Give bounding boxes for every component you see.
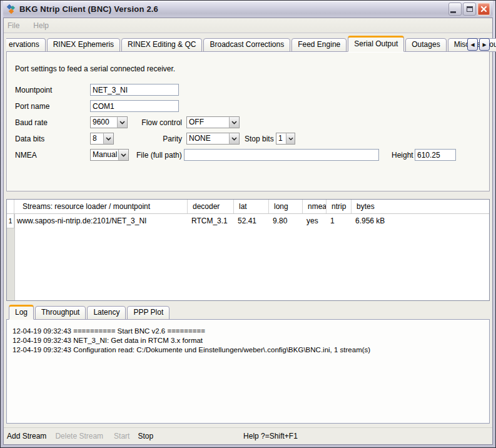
tab-broadcast-corrections[interactable]: Broadcast Corrections — [203, 38, 290, 52]
tab-feed-engine[interactable]: Feed Engine — [291, 38, 347, 52]
file-path-input[interactable] — [184, 149, 379, 161]
chevron-down-icon — [229, 133, 239, 144]
tab-latency[interactable]: Latency — [87, 306, 126, 320]
tab-scroll-left-icon[interactable]: ◀ — [467, 38, 478, 51]
menu-bar: File Help — [4, 18, 492, 33]
tab-rinex-ephemeris[interactable]: RINEX Ephemeris — [47, 38, 120, 52]
stream-bytes-cell: 6.956 kB — [352, 214, 489, 228]
menu-file[interactable]: File — [8, 21, 19, 30]
stream-ntrip-cell: 1 — [326, 214, 352, 228]
pane-description: Port settings to feed a serial connected… — [15, 64, 175, 73]
minimize-button[interactable] — [448, 3, 462, 16]
port-name-label: Port name — [15, 102, 49, 111]
main-tab-bar: ervations RINEX Ephemeris RINEX Editing … — [6, 36, 490, 52]
log-output: 12-04-19 09:32:43 ========== Start BNC v… — [6, 319, 490, 424]
parity-select[interactable]: NONE — [186, 133, 240, 145]
nmea-label: NMEA — [15, 151, 37, 160]
data-bits-label: Data bits — [15, 135, 44, 143]
log-line: 12-04-19 09:32:43 Configuration read: C:… — [13, 345, 484, 355]
data-bits-select[interactable]: 8 — [90, 133, 114, 145]
col-header-ntrip: ntrip — [326, 200, 352, 213]
chevron-down-icon — [118, 150, 128, 160]
col-header-decoder: decoder — [188, 200, 234, 213]
tab-rinex-editing-qc[interactable]: RINEX Editing & QC — [121, 38, 202, 52]
stream-lat-cell: 52.41 — [234, 214, 269, 228]
help-shortcut-label: Help ?=Shift+F1 — [243, 432, 298, 440]
window-title: BKG Ntrip Client (BNC) Version 2.6 — [19, 4, 158, 14]
maximize-icon — [467, 6, 473, 12]
tab-outages[interactable]: Outages — [405, 38, 446, 52]
app-icon — [6, 4, 16, 14]
log-line: 12-04-19 09:32:43 NET_3_NI: Get data in … — [13, 336, 484, 345]
stream-nmea-cell: yes — [303, 214, 326, 228]
height-input[interactable] — [415, 149, 456, 161]
chevron-down-icon — [229, 117, 239, 128]
flow-control-select[interactable]: OFF — [186, 116, 240, 128]
stream-decoder-cell: RTCM_3.1 — [188, 214, 234, 228]
parity-label: Parity — [119, 135, 182, 143]
footer-button-bar: Add Stream Delete Stream Start Stop Help… — [4, 427, 492, 444]
col-header-nmea: nmea — [303, 200, 326, 213]
title-bar: BKG Ntrip Client (BNC) Version 2.6 — [3, 1, 493, 18]
chevron-down-icon — [103, 133, 113, 144]
col-header-streams: Streams: resource loader / mountpoint — [14, 200, 188, 213]
mountpoint-input[interactable] — [90, 84, 179, 96]
app-window: BKG Ntrip Client (BNC) Version 2.6 File … — [0, 0, 496, 448]
tab-serial-output[interactable]: Serial Output — [348, 36, 404, 52]
streams-table-body: 1 www.sapos-ni-ntrip.de:2101/NET_3_NI RT… — [7, 214, 489, 300]
stop-bits-label: Stop bits — [245, 135, 274, 143]
height-label: Height — [392, 151, 413, 160]
client-area: File Help ervations RINEX Ephemeris RINE… — [3, 18, 493, 445]
col-header-long: long — [269, 200, 303, 213]
log-tab-bar: Log Throughput Latency PPP Plot — [6, 305, 490, 320]
menu-help[interactable]: Help — [33, 21, 49, 30]
add-stream-button[interactable]: Add Stream — [7, 432, 46, 440]
delete-stream-button[interactable]: Delete Stream — [55, 432, 103, 440]
maximize-button[interactable] — [463, 3, 476, 16]
flow-control-label: Flow control — [119, 118, 182, 127]
streams-table: Streams: resource loader / mountpoint de… — [6, 199, 490, 301]
port-name-input[interactable] — [90, 100, 179, 112]
chevron-down-icon — [286, 133, 295, 144]
stream-long-cell: 9.80 — [269, 214, 303, 228]
baud-rate-label: Baud rate — [15, 118, 48, 127]
stop-button[interactable]: Stop — [138, 432, 153, 440]
file-path-label: File (full path) — [136, 151, 182, 160]
log-line: 12-04-19 09:32:43 ========== Start BNC v… — [13, 327, 484, 336]
tab-observations[interactable]: ervations — [6, 38, 46, 52]
row-header-corner — [7, 200, 14, 213]
mountpoint-label: Mountpoint — [15, 86, 52, 94]
close-icon — [480, 6, 487, 13]
streams-table-header: Streams: resource loader / mountpoint de… — [7, 200, 489, 214]
nmea-select[interactable]: Manual — [90, 149, 129, 161]
stop-bits-select[interactable]: 1 — [276, 133, 295, 145]
tab-ppp-plot[interactable]: PPP Plot — [127, 306, 170, 320]
tab-throughput[interactable]: Throughput — [35, 306, 86, 320]
serial-output-pane: Port settings to feed a serial connected… — [6, 51, 490, 191]
stream-mountpoint-cell: www.sapos-ni-ntrip.de:2101/NET_3_NI — [14, 214, 188, 228]
table-row[interactable]: 1 www.sapos-ni-ntrip.de:2101/NET_3_NI RT… — [7, 214, 489, 228]
col-header-bytes: bytes — [352, 200, 489, 213]
col-header-lat: lat — [234, 200, 269, 213]
minimize-icon — [450, 11, 456, 13]
start-button[interactable]: Start — [114, 432, 129, 440]
close-button[interactable] — [477, 3, 490, 16]
row-number: 1 — [7, 214, 14, 228]
tab-log[interactable]: Log — [9, 305, 34, 320]
tab-scroll-right-icon[interactable]: ▶ — [479, 38, 490, 51]
